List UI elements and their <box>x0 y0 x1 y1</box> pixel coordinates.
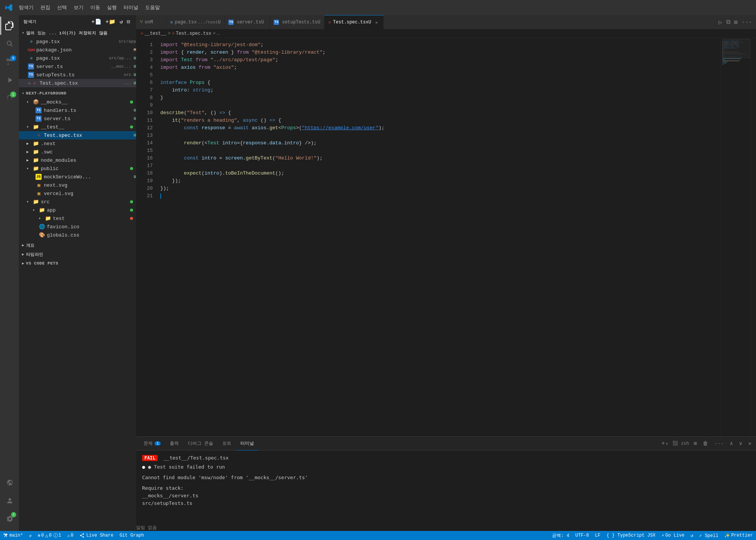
tab-problems[interactable]: 문제 1 <box>139 437 165 450</box>
language-status[interactable]: { } TypeScript JSX <box>603 531 658 540</box>
tab-ports[interactable]: 포트 <box>218 437 236 450</box>
errors-status[interactable]: ⊗ 0 △ 0 ⓘ 1 <box>35 531 64 540</box>
open-file-setuptests-ts[interactable]: TS setupTests.ts src U <box>19 71 136 79</box>
new-file-icon[interactable]: +📄 <box>90 18 103 26</box>
code-line-7: intro: string; <box>160 87 716 94</box>
tab-server-ts[interactable]: TS server.ts U <box>225 15 270 29</box>
tree-src-folder[interactable]: ▾ 📁 src <box>19 198 136 206</box>
encoding-status[interactable]: UTF-8 <box>572 531 592 540</box>
tab-test-spec-tsx[interactable]: ⚛ Test.spec.tsx U ✕ <box>324 15 384 29</box>
sync-status-right[interactable]: ↺ <box>688 531 696 540</box>
vscode-pets-section[interactable]: ▶ VS CODE PETS <box>19 259 136 268</box>
add-terminal-button[interactable]: + ∨ <box>660 439 670 448</box>
tree-public-folder[interactable]: ▾ 📁 public <box>19 164 136 173</box>
tree-test-spec-tsx[interactable]: ⚛ Test.spec.tsx U <box>19 131 136 139</box>
breadcrumb-ellipsis[interactable]: … <box>217 31 220 36</box>
timeline-section[interactable]: ▶ 타임라인 <box>19 250 136 259</box>
tab-git-on[interactable]: ⑂ on M <box>136 15 166 29</box>
arrow: ▾ <box>26 200 33 204</box>
prettier-status[interactable]: ✨ Prettier <box>721 531 756 540</box>
menu-help[interactable]: 도움말 <box>142 3 163 12</box>
tree-next-folder[interactable]: ▶ 📁 .next <box>19 139 136 148</box>
section-label: VS CODE PETS <box>26 261 59 266</box>
more-panel-button[interactable]: ··· <box>713 440 725 447</box>
tree-msw-js[interactable]: JS mockServiceWo... U <box>19 173 136 181</box>
new-folder-icon[interactable]: +📁 <box>104 18 117 26</box>
tab-page-tsx-test[interactable]: ⚛ page.tsx .../test U <box>166 15 225 29</box>
split-button[interactable]: ⧉ <box>725 18 731 26</box>
panel-maximize-button[interactable]: ∨ <box>737 439 744 447</box>
run-debug-icon[interactable] <box>0 71 19 89</box>
breadcrumb-file[interactable]: ⚛Test.spec.tsx <box>172 31 211 36</box>
tree-node-modules[interactable]: ▶ 📁 node_modules <box>19 156 136 164</box>
files-icon[interactable] <box>0 17 19 35</box>
sidebar-scroll[interactable]: ▾ 열려 있는 ... 1이(가) 저장되지 않음 ⚛ page.tsx src… <box>19 28 136 531</box>
git-branch-status[interactable]: main* <box>0 531 26 540</box>
tree-app-folder[interactable]: ▾ 📁 app <box>19 206 136 214</box>
close-icon[interactable]: ✕ <box>28 81 31 86</box>
menu-edit[interactable]: 편집 <box>37 3 53 12</box>
menu-select[interactable]: 선택 <box>54 3 70 12</box>
go-live-status[interactable]: ⚡ Go Live <box>658 531 688 540</box>
react-icon2: ⚛ <box>28 55 35 62</box>
account-icon[interactable] <box>0 492 19 510</box>
tree-server-ts[interactable]: TS server.ts U <box>19 114 136 123</box>
tab-setuptests-ts[interactable]: TS setupTests.ts U <box>270 15 324 29</box>
folder-icon: 📁 <box>45 215 51 222</box>
lint-status[interactable]: ⚠ 0 <box>64 531 76 540</box>
tree-handlers-ts[interactable]: TS handlers.ts U <box>19 106 136 114</box>
collapse-icon[interactable]: ⊟ <box>126 18 132 26</box>
spell-status[interactable]: ✓ Spell <box>696 531 721 540</box>
open-file-page-tsx-app[interactable]: ⚛ page.tsx src/app <box>19 37 136 46</box>
more-button[interactable]: ··· <box>741 18 753 26</box>
tab-close-button[interactable]: ✕ <box>373 19 380 25</box>
git-graph-button[interactable]: Git Graph <box>116 531 147 540</box>
panel-minimize-button[interactable]: ∧ <box>728 439 734 447</box>
menu-view[interactable]: 보기 <box>71 3 87 12</box>
remote-icon[interactable] <box>0 473 19 492</box>
open-file-test-spec-tsx[interactable]: ✕ ⚛ Test.spec.tsx ... U <box>19 79 136 87</box>
outline-section[interactable]: ▶ 개요 <box>19 241 136 250</box>
tree-vercel-svg[interactable]: ▣ vercel.svg <box>19 189 136 198</box>
tab-debug-console[interactable]: 디버그 콘솔 <box>183 437 218 450</box>
sidebar-title: 탐색기 <box>23 19 37 25</box>
tree-next-svg[interactable]: ▣ next.svg <box>19 181 136 189</box>
open-file-server-ts[interactable]: TS server.ts __moc... U <box>19 62 136 71</box>
run-button[interactable]: ▷ <box>718 18 723 27</box>
project-section[interactable]: ▾ NEXT-PLAYGROUND <box>19 89 136 98</box>
tree-favicon[interactable]: 🌐 favicon.ico <box>19 223 136 231</box>
menu-go[interactable]: 이동 <box>87 3 103 12</box>
source-control-icon[interactable]: 9 <box>0 53 19 71</box>
panel-content[interactable]: FAIL __test__/Test.spec.tsx ● ● Test sui… <box>136 450 756 525</box>
extensions-icon[interactable]: 1 <box>0 89 19 107</box>
refresh-icon[interactable]: ↺ <box>118 18 124 26</box>
scrollbar-track[interactable] <box>751 38 756 436</box>
kill-terminal-button[interactable]: 🗑 <box>701 440 710 447</box>
spaces-status[interactable]: 공백: 4 <box>549 531 572 540</box>
file-label: favicon.ico <box>47 224 136 230</box>
tree-test-folder[interactable]: ▾ 📁 __test__ <box>19 123 136 131</box>
search-icon[interactable] <box>0 35 19 53</box>
tab-output[interactable]: 출력 <box>165 437 183 450</box>
layout-button[interactable]: ⊞ <box>733 18 739 27</box>
code-lines[interactable]: import "@testing-library/jest-dom"; impo… <box>156 38 720 436</box>
live-share-button[interactable]: Live Share <box>76 531 116 540</box>
menu-explorer[interactable]: 탐색기 <box>16 3 37 12</box>
open-file-page-tsx-src[interactable]: ⚛ page.tsx src/ap... U <box>19 54 136 62</box>
tree-mocks-folder[interactable]: ▾ 📦 __mocks__ <box>19 98 136 106</box>
menu-run[interactable]: 실행 <box>104 3 120 12</box>
open-files-section[interactable]: ▾ 열려 있는 ... 1이(가) 저장되지 않음 <box>19 28 136 37</box>
eol-status[interactable]: LF <box>592 531 603 540</box>
sync-status[interactable]: ↺ <box>26 531 35 540</box>
tab-terminal[interactable]: 터미널 <box>236 437 259 450</box>
tree-test-sub-folder[interactable]: ▾ 📁 test <box>19 214 136 223</box>
tree-swc-folder[interactable]: ▶ 📁 .swc <box>19 148 136 156</box>
breadcrumb-test[interactable]: ⚛__test__ <box>141 31 166 36</box>
menu-terminal[interactable]: 터미널 <box>121 3 141 12</box>
arrow: ▾ <box>26 100 33 104</box>
split-terminal-button[interactable]: ⊞ <box>692 439 698 447</box>
settings-icon[interactable]: 1 <box>0 510 19 528</box>
panel-close-button[interactable]: ✕ <box>747 439 753 447</box>
open-file-package-json[interactable]: npm package.json M <box>19 46 136 54</box>
tree-globals-css[interactable]: 🎨 globals.css <box>19 231 136 239</box>
